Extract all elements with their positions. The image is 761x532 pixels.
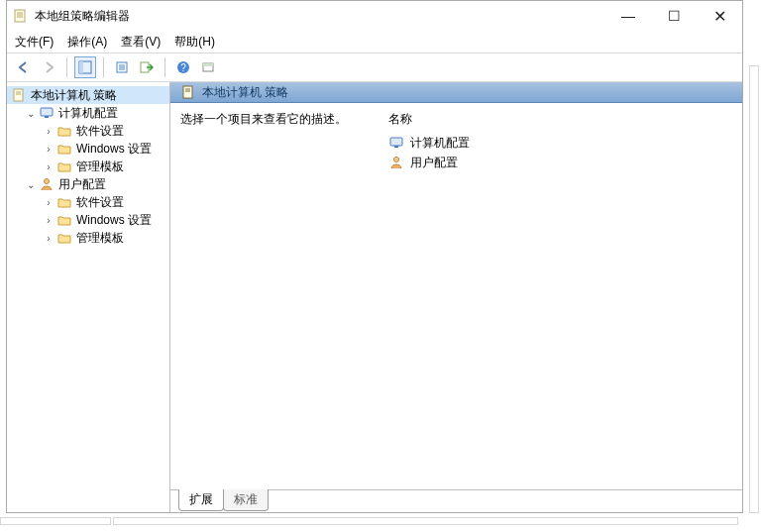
list-pane[interactable]: 名称 计算机配置 用户配置 bbox=[388, 111, 742, 489]
svg-text:?: ? bbox=[180, 62, 186, 73]
policy-icon bbox=[180, 84, 196, 100]
view-tabs: 扩展 标准 bbox=[170, 489, 742, 512]
tree-software-2[interactable]: › 软件设置 bbox=[7, 193, 169, 211]
description-pane: 选择一个项目来查看它的描述。 bbox=[170, 111, 388, 489]
tree-computer-config[interactable]: ⌄ 计算机配置 bbox=[7, 104, 169, 122]
svg-rect-24 bbox=[390, 138, 402, 146]
toolbar: ? bbox=[7, 53, 742, 82]
back-button[interactable] bbox=[13, 56, 35, 78]
menu-view[interactable]: 查看(V) bbox=[121, 34, 161, 51]
folder-icon bbox=[56, 212, 72, 228]
svg-rect-14 bbox=[203, 63, 213, 66]
chevron-right-icon[interactable]: › bbox=[43, 143, 54, 155]
export-button[interactable] bbox=[136, 56, 158, 78]
chevron-right-icon[interactable]: › bbox=[43, 232, 54, 244]
chevron-right-icon[interactable]: › bbox=[43, 214, 54, 226]
content-pane: 本地计算机 策略 选择一个项目来查看它的描述。 名称 计算机配置 bbox=[170, 82, 742, 512]
tree-root-label: 本地计算机 策略 bbox=[31, 87, 117, 104]
forward-button[interactable] bbox=[38, 56, 59, 78]
folder-icon bbox=[56, 159, 72, 174]
tree-label: 软件设置 bbox=[76, 123, 124, 140]
svg-point-20 bbox=[45, 179, 50, 184]
tree-label: 软件设置 bbox=[76, 194, 124, 211]
chevron-right-icon[interactable]: › bbox=[43, 160, 54, 172]
computer-icon bbox=[388, 135, 404, 151]
tree-label: 管理模板 bbox=[76, 230, 124, 247]
tree-root[interactable]: 本地计算机 策略 bbox=[7, 86, 169, 104]
policy-icon bbox=[11, 87, 27, 103]
svg-rect-5 bbox=[79, 61, 83, 73]
svg-rect-0 bbox=[15, 10, 25, 22]
svg-rect-18 bbox=[41, 108, 53, 116]
tree-software-1[interactable]: › 软件设置 bbox=[7, 122, 169, 140]
list-item-user[interactable]: 用户配置 bbox=[388, 154, 742, 171]
user-icon bbox=[388, 155, 404, 170]
description-text: 选择一个项目来查看它的描述。 bbox=[180, 111, 388, 128]
svg-rect-25 bbox=[394, 146, 398, 148]
content-header-text: 本地计算机 策略 bbox=[202, 84, 288, 101]
show-tree-button[interactable] bbox=[74, 56, 96, 78]
tree-label: 计算机配置 bbox=[58, 105, 118, 122]
tree-label: 管理模板 bbox=[76, 159, 124, 175]
chevron-down-icon[interactable]: ⌄ bbox=[25, 178, 37, 190]
tab-extended[interactable]: 扩展 bbox=[178, 489, 224, 511]
minimize-button[interactable]: — bbox=[605, 1, 651, 31]
tree-admin-1[interactable]: › 管理模板 bbox=[7, 158, 169, 175]
app-icon bbox=[13, 8, 29, 24]
filter-button[interactable] bbox=[197, 56, 219, 78]
folder-icon bbox=[56, 141, 72, 157]
list-item-computer[interactable]: 计算机配置 bbox=[388, 134, 742, 152]
tree-pane[interactable]: 本地计算机 策略 ⌄ 计算机配置 › 软件设置 › Windows 设置 bbox=[7, 82, 170, 512]
menu-file[interactable]: 文件(F) bbox=[15, 34, 54, 51]
chevron-right-icon[interactable]: › bbox=[43, 125, 54, 137]
svg-rect-21 bbox=[183, 86, 192, 98]
tree-label: Windows 设置 bbox=[76, 212, 152, 229]
content-header: 本地计算机 策略 bbox=[170, 82, 742, 103]
chevron-down-icon[interactable]: ⌄ bbox=[25, 107, 37, 119]
tree-admin-2[interactable]: › 管理模板 bbox=[7, 229, 169, 247]
user-icon bbox=[39, 176, 54, 192]
tree-windows-2[interactable]: › Windows 设置 bbox=[7, 211, 169, 229]
menu-help[interactable]: 帮助(H) bbox=[174, 34, 215, 51]
titlebar: 本地组策略编辑器 — ☐ ✕ bbox=[7, 1, 742, 31]
help-button[interactable]: ? bbox=[172, 56, 194, 78]
properties-button[interactable] bbox=[111, 56, 133, 78]
chevron-right-icon[interactable]: › bbox=[43, 196, 54, 208]
folder-icon bbox=[56, 123, 72, 139]
close-button[interactable]: ✕ bbox=[697, 1, 742, 31]
list-item-label: 用户配置 bbox=[410, 155, 458, 171]
folder-icon bbox=[56, 230, 72, 246]
tree-label: Windows 设置 bbox=[76, 141, 152, 158]
tab-standard[interactable]: 标准 bbox=[223, 489, 269, 511]
menubar: 文件(F) 操作(A) 查看(V) 帮助(H) bbox=[7, 31, 742, 53]
menu-action[interactable]: 操作(A) bbox=[67, 34, 107, 51]
folder-icon bbox=[56, 194, 72, 210]
maximize-button[interactable]: ☐ bbox=[651, 1, 697, 31]
window-title: 本地组策略编辑器 bbox=[35, 8, 605, 25]
svg-point-26 bbox=[394, 158, 399, 162]
svg-rect-15 bbox=[14, 89, 23, 101]
list-item-label: 计算机配置 bbox=[410, 135, 470, 152]
tree-label: 用户配置 bbox=[58, 176, 106, 193]
tree-windows-1[interactable]: › Windows 设置 bbox=[7, 140, 169, 158]
svg-rect-19 bbox=[45, 116, 49, 118]
column-header-name[interactable]: 名称 bbox=[388, 111, 742, 128]
tree-user-config[interactable]: ⌄ 用户配置 bbox=[7, 175, 169, 193]
mmc-window: 本地组策略编辑器 — ☐ ✕ 文件(F) 操作(A) 查看(V) 帮助(H) ? bbox=[6, 0, 743, 513]
computer-icon bbox=[39, 105, 54, 121]
